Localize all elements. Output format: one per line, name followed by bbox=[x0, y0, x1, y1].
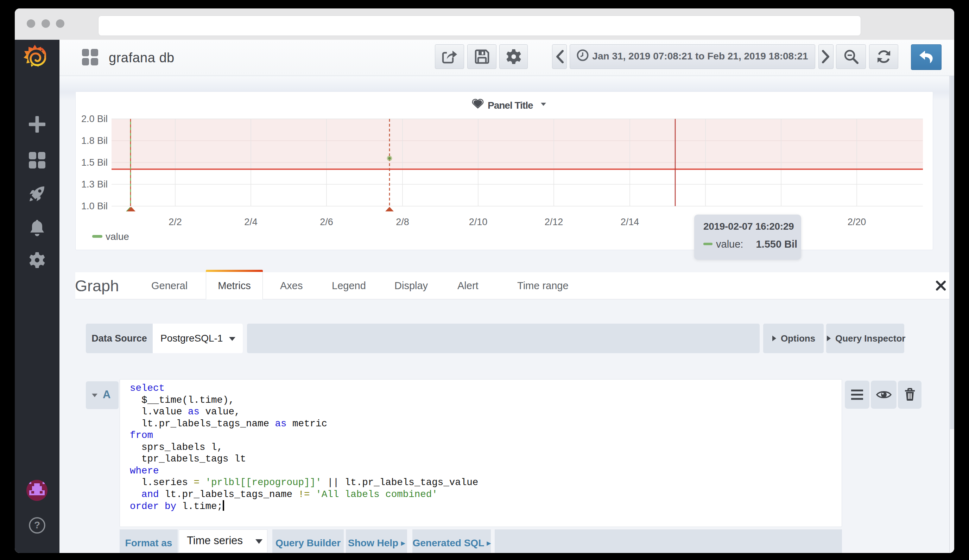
svg-text:2/10: 2/10 bbox=[469, 217, 488, 227]
svg-text:?: ? bbox=[34, 520, 40, 530]
svg-text:value: value bbox=[106, 231, 129, 242]
svg-text:2/2: 2/2 bbox=[168, 217, 182, 227]
svg-text:1.8 Bil: 1.8 Bil bbox=[81, 135, 108, 146]
svg-text:2/14: 2/14 bbox=[621, 217, 639, 227]
svg-text:2/12: 2/12 bbox=[544, 217, 563, 227]
svg-text:Panel Title: Panel Title bbox=[488, 100, 533, 111]
svg-text:1.5 Bil: 1.5 Bil bbox=[81, 157, 108, 168]
svg-text:2.0 Bil: 2.0 Bil bbox=[81, 114, 108, 124]
svg-text:2/4: 2/4 bbox=[244, 217, 258, 227]
svg-text:2/20: 2/20 bbox=[847, 217, 866, 227]
svg-text:2/6: 2/6 bbox=[320, 217, 333, 227]
svg-text:1.3 Bil: 1.3 Bil bbox=[81, 179, 108, 189]
svg-text:2/8: 2/8 bbox=[396, 217, 409, 227]
svg-text:1.0 Bil: 1.0 Bil bbox=[81, 201, 108, 211]
